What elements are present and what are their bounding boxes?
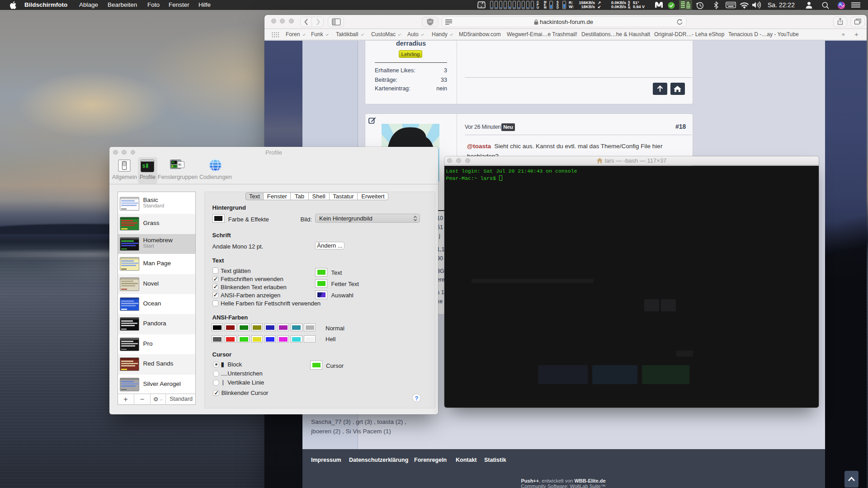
svg-text:$: $ xyxy=(142,164,145,169)
svg-text:$|: $| xyxy=(179,163,182,166)
svg-text:$I: $I xyxy=(172,161,175,164)
svg-text:UO: UO xyxy=(428,20,432,23)
